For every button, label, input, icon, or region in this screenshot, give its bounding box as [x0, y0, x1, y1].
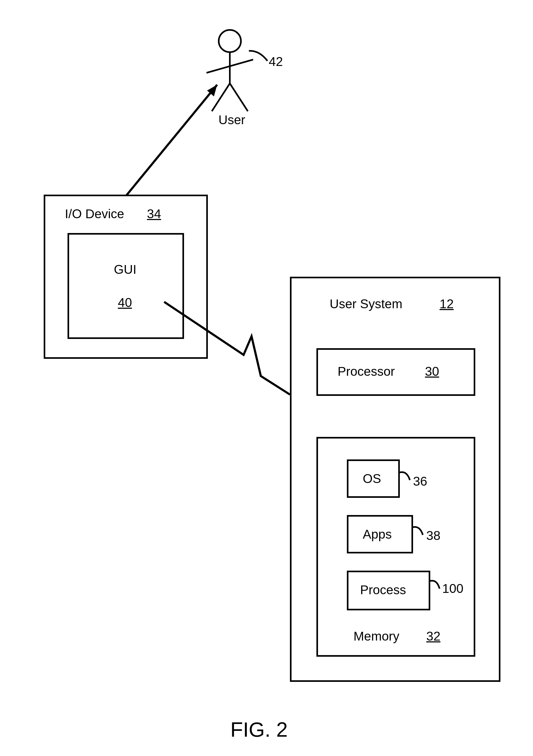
gui-box: [67, 233, 184, 339]
diagram-stage: User 42 I/O Device 34 GUI 40 User System…: [0, 0, 533, 756]
svg-line-5: [126, 85, 217, 195]
user-ref: 42: [269, 54, 283, 69]
svg-line-4: [230, 83, 248, 111]
memory-label: Memory: [354, 629, 399, 643]
svg-point-0: [219, 30, 241, 52]
processor-label: Processor: [337, 364, 395, 379]
os-label: OS: [363, 471, 381, 486]
memory-ref: 32: [426, 629, 440, 643]
io-device-label: I/O Device: [65, 206, 124, 221]
processor-ref: 30: [425, 364, 439, 379]
user-system-ref: 12: [440, 297, 454, 311]
gui-label: GUI: [114, 262, 136, 277]
apps-ref: 38: [426, 528, 440, 543]
os-ref: 36: [413, 474, 427, 489]
figure-label: FIG. 2: [230, 717, 288, 742]
gui-ref: 40: [118, 295, 132, 310]
process-label: Process: [360, 582, 406, 597]
process-ref: 100: [442, 581, 463, 596]
user-system-label: User System: [330, 297, 402, 311]
apps-label: Apps: [363, 527, 392, 542]
user-label: User: [219, 113, 245, 127]
io-device-ref: 34: [147, 206, 161, 221]
